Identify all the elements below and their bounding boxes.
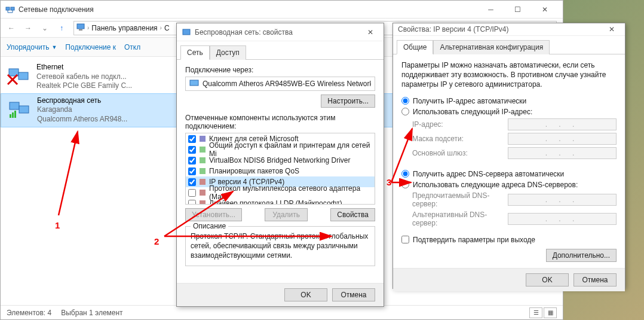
pc-icon <box>76 23 85 33</box>
component-label: Протокол мультиплексора сетевого адаптер… <box>209 184 372 201</box>
view-icons-button[interactable]: ▦ <box>544 307 557 318</box>
tab-alternate[interactable]: Альтернативная конфигурация <box>433 40 550 54</box>
tab-access[interactable]: Доступ <box>210 45 246 60</box>
gateway-input: . . . <box>508 147 617 159</box>
component-row: Общий доступ к файлам и принтерам для се… <box>186 144 375 155</box>
back-button[interactable]: ← <box>4 21 19 35</box>
adapter-name: Qualcomm Atheros AR9485WB-EG Wireless Ne… <box>203 80 371 88</box>
svg-rect-15 <box>14 111 16 118</box>
component-checkbox[interactable] <box>188 200 196 205</box>
tab-strip: Общие Альтернативная конфигурация <box>393 36 625 54</box>
breadcrumb-truncated[interactable]: С <box>164 24 170 32</box>
dns-alternate-label: Альтернативный DNS-сервер: <box>412 211 508 227</box>
subnet-mask-label: Маска подсети: <box>412 135 508 143</box>
tab-general[interactable]: Общие <box>397 40 433 54</box>
cancel-button[interactable]: Отмена <box>574 273 617 287</box>
breadcrumb-control-panel[interactable]: Панель управления <box>91 24 157 32</box>
breadcrumb-sep-icon: › <box>87 25 89 31</box>
svg-rect-5 <box>77 24 84 29</box>
component-checkbox[interactable] <box>188 189 196 197</box>
description-group: Описание Протокол TCP/IP. Стандартный пр… <box>185 226 375 266</box>
validate-label: Подтвердить параметры при выходе <box>413 236 535 244</box>
connection-name: Беспроводная сеть <box>37 96 127 106</box>
ip-address-input: . . . <box>508 118 617 130</box>
svg-rect-8 <box>19 72 28 80</box>
svg-rect-24 <box>200 200 206 205</box>
forward-button[interactable]: → <box>21 21 35 35</box>
configure-button[interactable]: Настроить... <box>321 95 375 108</box>
component-label: VirtualBox NDIS6 Bridged Networking Driv… <box>209 156 351 164</box>
disable-menu[interactable]: Откл <box>124 43 140 51</box>
client-icon <box>198 135 207 143</box>
service-icon <box>198 167 207 175</box>
component-checkbox[interactable] <box>188 178 196 186</box>
status-bar: Элементов: 4 Выбран 1 элемент ☰ ▦ <box>1 305 563 319</box>
ok-button[interactable]: OK <box>284 288 327 301</box>
component-checkbox[interactable] <box>188 167 196 175</box>
close-button[interactable]: ✕ <box>362 26 379 38</box>
description-text: Протокол TCP/IP. Стандартный протокол гл… <box>191 231 370 261</box>
up-button[interactable]: ↑ <box>54 21 69 35</box>
service-icon <box>198 145 207 154</box>
recent-dropdown[interactable]: ⌄ <box>38 21 52 35</box>
view-details-button[interactable]: ☰ <box>529 307 542 318</box>
radio-dns-manual-label: Использовать следующие адреса DNS-сервер… <box>413 181 578 189</box>
component-checkbox[interactable] <box>188 157 196 164</box>
advanced-button[interactable]: Дополнительно... <box>546 249 617 262</box>
breadcrumb-sep-icon: › <box>160 25 162 31</box>
organize-menu[interactable]: Упорядочить▼ <box>7 43 57 51</box>
description-title: Описание <box>191 222 228 230</box>
component-checkbox[interactable] <box>188 146 196 154</box>
minimize-button[interactable]: ─ <box>477 1 504 18</box>
close-button[interactable]: ✕ <box>531 1 558 18</box>
connection-status: Сетевой кабель не подкл... <box>36 72 132 82</box>
adapter-box: Qualcomm Atheros AR9485WB-EG Wireless Ne… <box>185 77 375 91</box>
install-button[interactable]: Установить... <box>185 208 242 221</box>
svg-rect-6 <box>79 29 82 31</box>
dialog-titlebar: Беспроводная сеть: свойства ✕ <box>177 23 384 41</box>
connect-via-label: Подключение через: <box>185 66 375 74</box>
close-button[interactable]: ✕ <box>603 23 620 35</box>
svg-rect-11 <box>10 102 19 109</box>
titlebar: Сетевые подключения ─ ☐ ✕ <box>1 1 563 19</box>
svg-rect-16 <box>183 29 190 35</box>
maximize-button[interactable]: ☐ <box>504 1 531 18</box>
properties-button[interactable]: Свойства <box>330 208 375 221</box>
subnet-mask-input: . . . <box>508 133 617 145</box>
radio-dns-auto-label: Получить адрес DNS-сервера автоматически <box>413 170 564 178</box>
remove-button[interactable]: Удалить <box>265 208 308 221</box>
component-label: Драйвер протокола LLDP (Майкрософт) <box>209 199 342 205</box>
components-list[interactable]: Клиент для сетей Microsoft Общий доступ … <box>185 133 375 205</box>
svg-rect-19 <box>200 147 206 153</box>
tab-network[interactable]: Сеть <box>180 45 210 60</box>
ok-button[interactable]: OK <box>526 273 569 287</box>
radio-dns-auto[interactable] <box>401 170 409 178</box>
component-row: Протокол мультиплексора сетевого адаптер… <box>186 187 375 198</box>
connect-to-menu[interactable]: Подключение к <box>65 43 116 51</box>
cancel-button[interactable]: Отмена <box>332 288 375 301</box>
radio-ip-manual[interactable] <box>401 108 409 115</box>
connection-name: Ethernet <box>36 63 132 72</box>
svg-rect-1 <box>11 7 14 10</box>
dns-preferred-label: Предпочитаемый DNS-сервер: <box>412 191 508 208</box>
ip-address-label: IP-адрес: <box>412 120 508 129</box>
svg-rect-23 <box>200 190 206 196</box>
svg-rect-14 <box>12 112 14 118</box>
wireless-icon <box>7 100 31 120</box>
component-label: Общий доступ к файлам и принтерам для се… <box>209 141 372 158</box>
connection-status: Karaganda <box>37 105 127 115</box>
item-count: Элементов: 4 <box>7 309 51 317</box>
component-checkbox[interactable] <box>188 135 196 143</box>
validate-checkbox[interactable] <box>401 236 409 243</box>
gateway-label: Основной шлюз: <box>412 149 508 157</box>
radio-ip-auto[interactable] <box>401 97 409 105</box>
radio-ip-manual-label: Использовать следующий IP-адрес: <box>413 108 532 116</box>
radio-dns-manual[interactable] <box>401 181 409 188</box>
svg-rect-13 <box>10 114 11 118</box>
ethernet-icon <box>7 66 30 87</box>
connection-adapter: Realtek PCIe GBE Family C... <box>36 81 132 91</box>
service-icon <box>198 156 207 164</box>
protocol-icon <box>198 188 207 197</box>
dns-preferred-input: . . . <box>508 194 617 206</box>
svg-rect-12 <box>19 106 29 113</box>
